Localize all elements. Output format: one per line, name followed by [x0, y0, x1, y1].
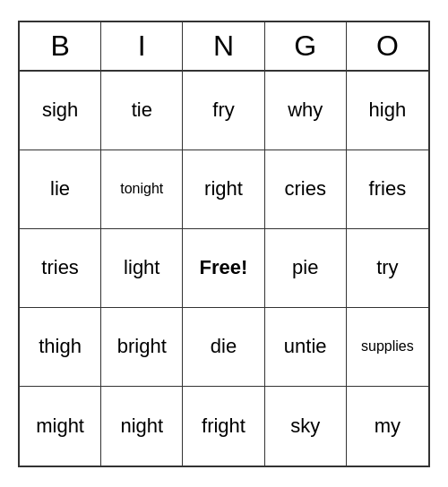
bingo-cell-0[interactable]: sigh	[20, 72, 101, 150]
bingo-grid: sightiefrywhyhighlietonightrightcriesfri…	[20, 72, 428, 466]
bingo-cell-11[interactable]: light	[101, 229, 183, 308]
header-letter-B: B	[20, 22, 101, 70]
bingo-cell-1[interactable]: tie	[101, 72, 183, 150]
bingo-cell-21[interactable]: night	[101, 387, 183, 466]
bingo-cell-22[interactable]: fright	[183, 387, 264, 466]
bingo-cell-15[interactable]: thigh	[20, 308, 101, 387]
bingo-card: BINGO sightiefrywhyhighlietonightrightcr…	[18, 21, 430, 467]
bingo-cell-16[interactable]: bright	[101, 308, 183, 387]
bingo-cell-10[interactable]: tries	[20, 229, 101, 308]
bingo-cell-12[interactable]: Free!	[183, 229, 264, 308]
bingo-cell-23[interactable]: sky	[265, 387, 347, 466]
bingo-cell-20[interactable]: might	[20, 387, 101, 466]
bingo-cell-24[interactable]: my	[347, 387, 428, 466]
bingo-cell-7[interactable]: right	[183, 150, 264, 229]
bingo-cell-13[interactable]: pie	[265, 229, 347, 308]
bingo-cell-6[interactable]: tonight	[101, 150, 183, 229]
header-letter-O: O	[347, 22, 428, 70]
bingo-cell-3[interactable]: why	[265, 72, 347, 150]
bingo-cell-2[interactable]: fry	[183, 72, 264, 150]
header-letter-G: G	[265, 22, 347, 70]
bingo-cell-19[interactable]: supplies	[347, 308, 428, 387]
bingo-cell-14[interactable]: try	[347, 229, 428, 308]
bingo-cell-8[interactable]: cries	[265, 150, 347, 229]
bingo-header: BINGO	[20, 22, 428, 72]
bingo-cell-18[interactable]: untie	[265, 308, 347, 387]
bingo-cell-9[interactable]: fries	[347, 150, 428, 229]
header-letter-I: I	[101, 22, 183, 70]
header-letter-N: N	[183, 22, 264, 70]
bingo-cell-17[interactable]: die	[183, 308, 264, 387]
bingo-cell-4[interactable]: high	[347, 72, 428, 150]
bingo-cell-5[interactable]: lie	[20, 150, 101, 229]
